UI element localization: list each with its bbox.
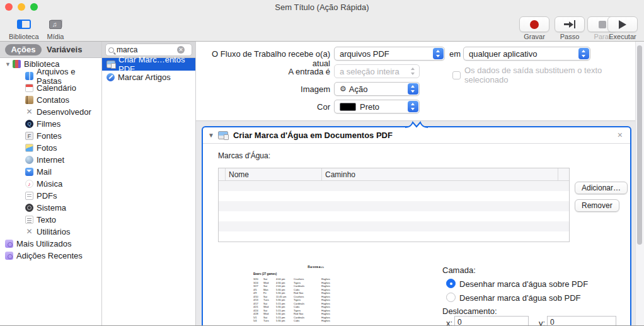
record-button-label: Gravar xyxy=(524,33,545,40)
sidebar-item[interactable]: Desenvolvedor xyxy=(0,106,101,118)
table-row xyxy=(219,221,569,231)
action-header[interactable]: ▼ Criar Marca d'Água em Documentos PDF × xyxy=(203,127,630,144)
application-popup[interactable]: qualquer aplicativo xyxy=(463,47,590,61)
image-value: Ação xyxy=(349,84,368,94)
action-panel: ▼ Criar Marca d'Água em Documentos PDF ×… xyxy=(202,126,631,326)
folder-smart-icon xyxy=(5,252,13,260)
scrollbar-thumb[interactable] xyxy=(637,45,642,245)
close-action-icon[interactable]: × xyxy=(618,130,623,140)
stop-icon xyxy=(599,21,606,28)
offset-label: Deslocamento: xyxy=(442,306,497,316)
library-toggle-button[interactable]: Biblioteca xyxy=(9,16,39,40)
media-icon xyxy=(49,20,62,29)
table-row xyxy=(219,191,569,201)
tab-variables[interactable]: Variáveis xyxy=(47,44,82,55)
sidebar-item-list: Arquivos e Pastas Calendário Contatos De… xyxy=(0,70,101,262)
sidebar-item-label: Contatos xyxy=(37,95,69,105)
finder-icon xyxy=(25,72,33,80)
popup-stepper-icon xyxy=(578,48,589,59)
radio-over-pdf-label[interactable]: Desenhar marca d'água sobre PDF xyxy=(459,279,588,289)
sidebar-item[interactable]: Contatos xyxy=(0,94,101,106)
image-label: Imagem xyxy=(272,84,330,94)
preview-cell: Tues xyxy=(263,319,276,323)
step-button[interactable]: Passo xyxy=(555,16,585,40)
fonts-icon xyxy=(25,132,33,140)
color-value: Preto xyxy=(360,102,379,112)
sidebar-item[interactable]: Filmes xyxy=(0,118,101,130)
column-header-caminho[interactable]: Caminho xyxy=(322,168,558,180)
table-header-spacer xyxy=(219,168,226,180)
window-title: Sem Título (Ação Rápida) xyxy=(0,3,644,12)
sidebar-item[interactable]: PDFs xyxy=(0,190,101,202)
application-value: qualquer aplicativo xyxy=(469,49,537,59)
movies-icon xyxy=(25,120,33,128)
sidebar-item[interactable]: Fotos xyxy=(0,142,101,154)
sidebar-item[interactable]: Arquivos e Pastas xyxy=(0,70,101,82)
action-disclosure-icon[interactable]: ▼ xyxy=(208,132,214,139)
column-header-nome[interactable]: Nome xyxy=(226,168,322,180)
input-is-label: A entrada é xyxy=(272,67,330,76)
clear-search-icon[interactable]: ✕ xyxy=(177,46,185,54)
radio-under-pdf-label[interactable]: Desenhar marca d'água sob PDF xyxy=(459,293,581,303)
folder-smart-icon xyxy=(5,240,13,248)
radio-under-pdf[interactable] xyxy=(446,293,456,302)
sidebar-item[interactable]: Texto xyxy=(0,214,101,226)
sidebar-item[interactable]: Mais Utilizados xyxy=(0,238,101,250)
table-row xyxy=(219,201,569,211)
sidebar-item[interactable]: Música xyxy=(0,178,101,190)
table-header-scroll-col xyxy=(558,168,569,180)
color-label: Cor xyxy=(272,102,330,112)
library-button-label: Biblioteca xyxy=(9,33,39,40)
color-popup[interactable]: Preto xyxy=(334,100,420,114)
sidebar-item[interactable]: Adições Recentes xyxy=(0,250,101,262)
sidebar-item-label: PDFs xyxy=(37,191,57,201)
media-button-label: Mídia xyxy=(47,33,64,40)
sidebar-item[interactable]: Internet xyxy=(0,154,101,166)
step-button-label: Passo xyxy=(560,33,580,40)
title-bar: Sem Título (Ação Rápida) xyxy=(0,0,644,14)
workflow-input-header: O Fluxo de Trabalho recebe o(a) atual ar… xyxy=(196,42,635,120)
result-item-criar-marca[interactable]: Criar Marc…entos PDF xyxy=(102,58,195,71)
watermarks-table[interactable]: Nome Caminho xyxy=(218,168,570,242)
tab-actions[interactable]: Ações xyxy=(5,44,42,55)
calendar-icon xyxy=(25,84,33,92)
sidebar-item[interactable]: Sistema xyxy=(0,202,101,214)
search-input[interactable] xyxy=(117,45,177,54)
sidebar-item-label: Sistema xyxy=(37,203,66,212)
sidebar-item[interactable]: Utilitários xyxy=(0,226,101,238)
workflow-receives-label: O Fluxo de Trabalho recebe o(a) atual xyxy=(201,49,330,68)
disclosure-triangle-icon[interactable]: ▼ xyxy=(5,61,13,67)
vertical-scrollbar[interactable] xyxy=(635,42,644,326)
run-icon xyxy=(619,20,626,29)
result-item-label: Criar Marc…entos PDF xyxy=(118,55,195,74)
media-button[interactable]: Mídia xyxy=(42,16,69,40)
record-button[interactable]: Gravar xyxy=(519,16,549,40)
sidebar-item-label: Fotos xyxy=(37,143,57,153)
gear-icon: ⚙ xyxy=(340,84,347,93)
sidebar-item[interactable]: Fontes xyxy=(0,130,101,142)
contacts-icon xyxy=(25,96,33,104)
compass-icon xyxy=(106,73,115,81)
add-watermark-button[interactable]: Adicionar… xyxy=(575,182,628,194)
selection-value: a seleção inteira xyxy=(340,67,400,76)
automator-window: Sem Título (Ação Rápida) Biblioteca Mídi… xyxy=(0,0,644,326)
sidebar-item-label: Adições Recentes xyxy=(16,251,83,260)
output-replaces-checkbox-row: Os dados de saída substituem o texto sel… xyxy=(452,66,635,84)
internet-icon xyxy=(25,156,33,164)
photos-icon xyxy=(25,144,33,152)
input-type-popup[interactable]: arquivos PDF xyxy=(334,47,445,61)
popup-stepper-icon xyxy=(433,48,444,59)
preview-cell: 5/4 xyxy=(253,319,263,323)
image-popup[interactable]: ⚙Ação xyxy=(334,82,420,96)
in-label: em xyxy=(449,49,462,59)
run-button[interactable]: Executar xyxy=(607,16,638,40)
search-field[interactable]: ✕ xyxy=(105,44,192,56)
sidebar-item[interactable]: Mail xyxy=(0,166,101,178)
offset-y-input[interactable] xyxy=(547,316,616,326)
music-icon xyxy=(25,180,33,188)
search-icon xyxy=(108,47,114,53)
output-replaces-checkbox xyxy=(452,71,461,79)
sidebar-item-label: Música xyxy=(37,179,62,189)
radio-over-pdf[interactable] xyxy=(446,279,456,288)
remove-watermark-button[interactable]: Remover xyxy=(575,199,619,212)
